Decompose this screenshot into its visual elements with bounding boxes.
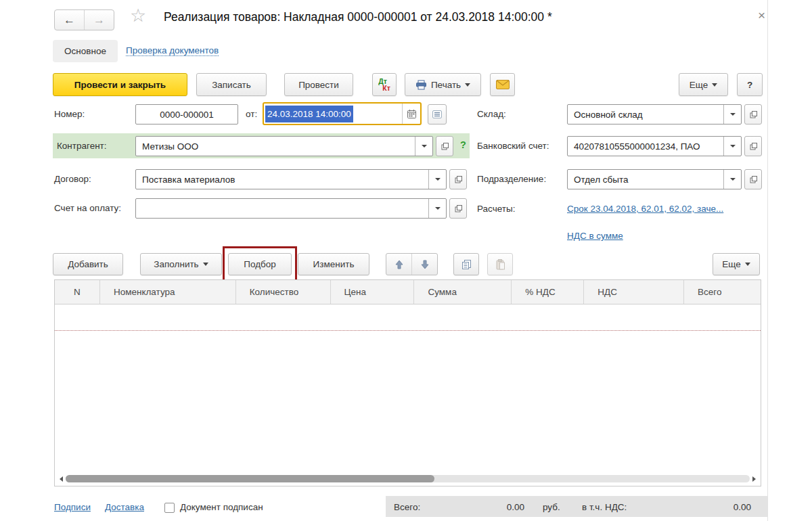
horizontal-scrollbar[interactable] (57, 474, 759, 484)
paste-row-button[interactable] (487, 253, 513, 275)
bank-account-dropdown-button[interactable] (723, 137, 741, 156)
post-and-close-button[interactable]: Провести и закрыть (53, 73, 187, 96)
contract-label: Договор: (54, 174, 91, 184)
payment-invoice-input[interactable] (135, 198, 447, 219)
scroll-left-button[interactable] (57, 474, 66, 484)
help-button[interactable]: ? (737, 73, 763, 96)
more-label: Еще (690, 80, 708, 90)
document-window: ← → ☆ Реализация товаров: Накладная 0000… (0, 0, 812, 521)
pick-button[interactable]: Подбор (228, 253, 292, 275)
calendar-icon[interactable] (407, 110, 416, 118)
items-more-button[interactable]: Еще (713, 253, 760, 275)
total-label: Всего: (394, 502, 420, 512)
move-up-button[interactable] (386, 254, 412, 275)
column-header-price[interactable]: Цена (331, 280, 415, 304)
end-of-data-marker (55, 330, 761, 331)
bank-account-open-button[interactable] (744, 136, 762, 156)
total-value: 0.00 (460, 502, 524, 512)
signed-checkbox[interactable] (164, 503, 175, 513)
counterparty-label: Контрагент: (57, 141, 107, 151)
tab-documents-check[interactable]: Проверка документов (126, 45, 219, 56)
save-button[interactable]: Записать (196, 73, 267, 96)
fill-label: Заполнить (154, 259, 198, 269)
column-header-quantity[interactable]: Количество (236, 280, 331, 304)
items-table-header: N Номенклатура Количество Цена Сумма % Н… (55, 280, 761, 304)
fill-button[interactable]: Заполнить (140, 253, 222, 275)
dtkt-icon: Дт Кт (378, 78, 390, 91)
department-dropdown-button[interactable] (723, 170, 741, 189)
chevron-down-icon (745, 263, 750, 266)
scrollbar-thumb[interactable] (66, 475, 434, 482)
bank-account-input[interactable]: 40207810555000001234, ПАО (567, 136, 742, 156)
print-button[interactable]: Печать (405, 73, 481, 96)
department-open-button[interactable] (744, 169, 762, 189)
list-icon (432, 110, 442, 118)
warehouse-open-button[interactable] (744, 104, 762, 124)
edit-row-button[interactable]: Изменить (298, 253, 369, 275)
page-title: Реализация товаров: Накладная 0000-00000… (164, 10, 552, 24)
paste-icon (496, 259, 505, 270)
document-journal-button[interactable] (428, 104, 447, 124)
open-icon (455, 205, 462, 212)
column-header-vat-percent[interactable]: % НДС (512, 280, 584, 304)
warehouse-dropdown-button[interactable] (723, 105, 741, 124)
open-icon (455, 176, 462, 183)
back-button[interactable]: ← (55, 10, 85, 30)
open-icon (750, 143, 757, 150)
vat-total-value: 0.00 (683, 502, 751, 512)
email-button[interactable] (490, 73, 515, 96)
department-input[interactable]: Отдел сбыта (567, 169, 742, 189)
column-header-nomenclature[interactable]: Номенклатура (100, 280, 236, 304)
history-nav-group: ← → (54, 9, 114, 30)
forward-button[interactable]: → (85, 10, 114, 30)
counterparty-help-link[interactable]: ? (460, 139, 466, 150)
open-icon (750, 111, 757, 118)
column-header-n[interactable]: N (55, 280, 100, 304)
date-input[interactable]: 24.03.2018 14:00:00 (263, 102, 422, 125)
column-header-total[interactable]: Всего (684, 280, 761, 304)
add-row-button[interactable]: Добавить (53, 253, 123, 275)
scrollbar-track[interactable] (66, 475, 750, 482)
envelope-icon (496, 80, 510, 89)
close-icon[interactable]: × (758, 8, 765, 23)
payment-invoice-dropdown-button[interactable] (428, 199, 446, 218)
vat-mode-link[interactable]: НДС в сумме (567, 231, 623, 241)
number-input[interactable]: 0000-000001 (135, 104, 238, 124)
more-button[interactable]: Еще (679, 73, 728, 96)
contract-input[interactable]: Поставка материалов (135, 169, 447, 189)
counterparty-open-button[interactable] (436, 136, 453, 156)
warehouse-input[interactable]: Основной склад (567, 104, 742, 124)
payment-invoice-open-button[interactable] (449, 198, 467, 219)
settlements-link[interactable]: Срок 23.04.2018, 62.01, 62.02, заче... (567, 204, 723, 214)
copy-row-button[interactable] (453, 253, 479, 275)
items-table: N Номенклатура Количество Цена Сумма % Н… (54, 279, 761, 486)
back-arrow-icon: ← (64, 14, 75, 27)
column-header-vat[interactable]: НДС (584, 280, 684, 304)
column-header-sum[interactable]: Сумма (414, 280, 512, 304)
items-more-label: Еще (722, 259, 740, 269)
chevron-down-icon (712, 83, 717, 87)
bank-account-label: Банковский счет: (477, 141, 549, 151)
items-table-body[interactable] (55, 304, 761, 472)
date-label: от: (246, 109, 257, 119)
scroll-left-icon (60, 476, 63, 482)
tab-main[interactable]: Основное (53, 40, 118, 62)
signatures-link[interactable]: Подписи (54, 502, 91, 512)
delivery-link[interactable]: Доставка (105, 502, 144, 512)
counterparty-dropdown-button[interactable] (415, 137, 432, 156)
counterparty-input[interactable]: Метизы ООО (135, 136, 433, 156)
move-down-button[interactable] (412, 254, 437, 275)
forward-arrow-icon: → (93, 14, 105, 27)
dtkt-button[interactable]: Дт Кт (372, 73, 397, 96)
currency-label: руб. (543, 502, 560, 512)
open-icon (750, 176, 757, 183)
post-button[interactable]: Провести (284, 73, 353, 96)
favorite-star-icon[interactable]: ☆ (130, 7, 146, 25)
contract-dropdown-button[interactable] (428, 170, 446, 189)
warehouse-label: Склад: (477, 109, 506, 119)
contract-open-button[interactable] (449, 169, 467, 189)
scroll-right-icon (752, 476, 756, 482)
chevron-down-icon (203, 263, 208, 266)
scroll-right-button[interactable] (750, 474, 759, 484)
copy-icon (461, 259, 472, 270)
